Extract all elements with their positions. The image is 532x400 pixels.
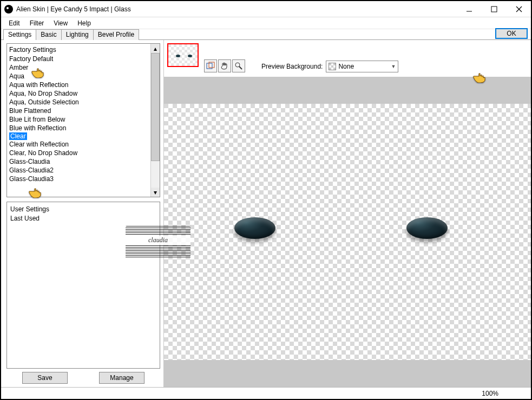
- scroll-thumb[interactable]: [151, 53, 160, 161]
- scroll-down-icon[interactable]: ▾: [151, 188, 160, 197]
- preview-bg-label: Preview Background:: [261, 63, 323, 70]
- factory-scrollbar[interactable]: ▴ ▾: [150, 44, 160, 197]
- hand-tool-icon[interactable]: [218, 59, 231, 72]
- list-item[interactable]: Aqua with Reflection: [9, 81, 148, 89]
- list-item[interactable]: Last Used: [10, 214, 156, 223]
- list-item[interactable]: Clear, No Drop Shadow: [9, 149, 148, 157]
- factory-list-content: Factory Settings Factory DefaultAmberAqu…: [7, 44, 150, 197]
- list-item[interactable]: Glass-Claudia2: [9, 166, 148, 175]
- dialog-body: Factory Settings Factory DefaultAmberAqu…: [1, 40, 531, 387]
- tab-settings[interactable]: Settings: [3, 29, 36, 40]
- preview-thumbnail[interactable]: [167, 43, 199, 67]
- scroll-up-icon[interactable]: ▴: [151, 44, 160, 53]
- svg-point-6: [235, 63, 240, 67]
- window-title: Alien Skin | Eye Candy 5 Impact | Glass: [16, 5, 456, 13]
- tab-bevel[interactable]: Bevel Profile: [93, 29, 139, 40]
- svg-rect-1: [491, 6, 497, 12]
- save-button[interactable]: Save: [22, 372, 68, 384]
- preview-bg-dropdown[interactable]: None ▼: [326, 61, 398, 72]
- list-item[interactable]: Clear with Reflection: [9, 140, 148, 149]
- statusbar: 100%: [1, 387, 531, 399]
- factory-header: Factory Settings: [9, 45, 148, 55]
- minimize-button[interactable]: [456, 1, 481, 17]
- list-item[interactable]: Blue Flattened: [9, 106, 148, 115]
- gray-spacer-top: [164, 77, 531, 104]
- close-button[interactable]: [506, 1, 531, 17]
- checker-swatch-icon: [329, 63, 336, 70]
- menu-edit[interactable]: Edit: [4, 18, 24, 28]
- dialog-window: Alien Skin | Eye Candy 5 Impact | Glass …: [0, 0, 532, 400]
- list-item[interactable]: Aqua: [9, 72, 148, 81]
- ok-button[interactable]: OK: [495, 28, 528, 39]
- toolbar-row: Preview Background: None ▼: [164, 40, 531, 77]
- preview-panel: Preview Background: None ▼: [163, 40, 531, 387]
- user-settings-list[interactable]: User Settings Last Used: [6, 202, 160, 369]
- list-item[interactable]: Aqua, Outside Selection: [9, 98, 148, 106]
- titlebar: Alien Skin | Eye Candy 5 Impact | Glass: [1, 1, 531, 17]
- list-item[interactable]: Factory Default: [9, 55, 148, 63]
- zoom-value: 100%: [482, 390, 498, 397]
- maximize-button[interactable]: [481, 1, 506, 17]
- move-tool-icon[interactable]: [204, 59, 217, 72]
- tab-basic[interactable]: Basic: [36, 29, 61, 40]
- preset-buttons: Save Manage: [6, 372, 160, 384]
- preview-bg-control: Preview Background: None ▼: [261, 61, 398, 72]
- menubar: Edit Filter View Help: [1, 17, 531, 29]
- list-item[interactable]: Amber: [9, 63, 148, 72]
- tab-lighting[interactable]: Lighting: [61, 29, 94, 40]
- list-item[interactable]: Blue with Reflection: [9, 124, 148, 132]
- preview-bg-value: None: [338, 63, 354, 70]
- settings-panel: Factory Settings Factory DefaultAmberAqu…: [1, 40, 163, 387]
- preview-canvas[interactable]: [164, 104, 531, 360]
- menu-help[interactable]: Help: [73, 18, 95, 28]
- tab-bar: Settings Basic Lighting Bevel Profile OK…: [1, 29, 531, 40]
- manage-button[interactable]: Manage: [99, 372, 145, 384]
- list-item[interactable]: Clear: [9, 132, 27, 140]
- factory-settings-list[interactable]: Factory Settings Factory DefaultAmberAqu…: [6, 43, 160, 197]
- tool-icons: [204, 59, 245, 72]
- svg-line-7: [239, 66, 242, 69]
- menu-filter[interactable]: Filter: [25, 18, 49, 28]
- list-item[interactable]: Aqua, No Drop Shadow: [9, 89, 148, 98]
- list-item[interactable]: Glass-Claudia: [9, 157, 148, 166]
- glass-shape: [406, 217, 448, 239]
- window-buttons: [456, 1, 531, 17]
- app-icon: [4, 5, 13, 14]
- gray-spacer-bottom: [164, 360, 531, 387]
- chevron-down-icon: ▼: [391, 64, 396, 69]
- list-item[interactable]: Blue Lit from Below: [9, 115, 148, 124]
- glass-shape: [234, 217, 275, 239]
- user-header: User Settings: [10, 204, 156, 214]
- menu-view[interactable]: View: [49, 18, 72, 28]
- zoom-tool-icon[interactable]: [232, 59, 245, 72]
- list-item[interactable]: Glass-Claudia3: [9, 175, 148, 183]
